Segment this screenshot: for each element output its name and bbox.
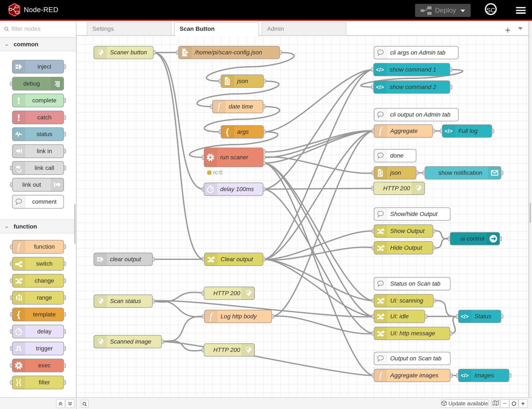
svg-text:change: change <box>35 277 54 284</box>
svg-text:Aggregate: Aggregate <box>390 128 418 134</box>
svg-text:rc:0: rc:0 <box>213 169 222 176</box>
svg-text:</>: </> <box>461 313 469 320</box>
svg-text:Scanned image: Scanned image <box>110 338 151 345</box>
svg-text:delay: delay <box>37 328 52 335</box>
svg-text:UI: scanning: UI: scanning <box>390 297 423 304</box>
svg-text:UI: idle: UI: idle <box>390 313 409 320</box>
svg-text:Images: Images <box>475 372 494 379</box>
svg-text:range: range <box>37 294 52 301</box>
svg-text:exec: exec <box>38 362 51 369</box>
svg-text:</>: </> <box>445 128 453 134</box>
svg-text:json: json <box>236 78 248 84</box>
svg-text:</>: </> <box>461 372 469 379</box>
svg-text:Output on Scan tab: Output on Scan tab <box>390 355 441 362</box>
svg-text:inject: inject <box>37 63 51 70</box>
svg-text:Show Output: Show Output <box>390 228 425 234</box>
svg-text:{: { <box>226 127 229 137</box>
svg-text:UI: http message: UI: http message <box>390 330 435 337</box>
svg-text:HTTP 200: HTTP 200 <box>213 290 240 297</box>
svg-text:trigger: trigger <box>36 345 53 352</box>
svg-text:link out: link out <box>22 181 41 188</box>
svg-text:function: function <box>34 243 55 250</box>
svg-text:Scan status: Scan status <box>110 298 141 304</box>
svg-text:Status: Status <box>475 313 491 320</box>
svg-text:args: args <box>237 129 248 135</box>
svg-text:template: template <box>33 311 56 318</box>
svg-text:Log http body: Log http body <box>220 313 257 320</box>
svg-text:filter: filter <box>39 379 50 386</box>
svg-text:ui control: ui control <box>460 235 485 242</box>
svg-text:/home/pi/scan-config.json: /home/pi/scan-config.json <box>194 49 262 56</box>
svg-text:{: { <box>17 310 20 319</box>
svg-text:HTTP 200: HTTP 200 <box>213 347 240 353</box>
svg-text:</>: </> <box>376 84 384 90</box>
svg-text:delay 100ms: delay 100ms <box>220 186 254 192</box>
svg-text:done: done <box>390 152 403 159</box>
svg-text:date time: date time <box>229 103 253 110</box>
svg-text:json: json <box>389 169 401 176</box>
svg-text:Status on Scan tab: Status on Scan tab <box>390 280 440 287</box>
svg-text:show notification: show notification <box>438 169 482 176</box>
svg-text:debug: debug <box>23 80 40 87</box>
svg-text:complete: complete <box>32 97 56 104</box>
svg-text:status: status <box>37 131 52 137</box>
svg-text:cli output on Admin tab: cli output on Admin tab <box>390 111 450 118</box>
svg-text:run scaner: run scaner <box>220 154 248 160</box>
svg-text:</>: </> <box>376 66 384 73</box>
svg-text:switch: switch <box>36 260 53 267</box>
svg-text:link call: link call <box>35 165 54 171</box>
svg-text:{}: {} <box>225 78 229 84</box>
svg-text:link in: link in <box>37 148 52 154</box>
svg-text:Hide Output: Hide Output <box>390 244 422 251</box>
svg-text:{}: {} <box>378 170 382 176</box>
svg-text:show command 2: show command 2 <box>390 84 436 90</box>
svg-text:Clear output: Clear output <box>220 256 253 262</box>
svg-text:Show/hide Output: Show/hide Output <box>390 211 438 217</box>
svg-text:comment: comment <box>32 198 56 205</box>
svg-text:Aggregate images: Aggregate images <box>390 372 438 379</box>
svg-text:Full log: Full log <box>458 128 478 134</box>
svg-text:show command 1: show command 1 <box>390 66 436 73</box>
svg-text:catch: catch <box>37 114 52 121</box>
svg-text:cli args on Admin tab: cli args on Admin tab <box>390 49 445 56</box>
svg-text:Scaner button: Scaner button <box>110 49 147 56</box>
svg-text:clear output: clear output <box>110 256 141 262</box>
svg-text:HTTP 200: HTTP 200 <box>383 185 410 192</box>
